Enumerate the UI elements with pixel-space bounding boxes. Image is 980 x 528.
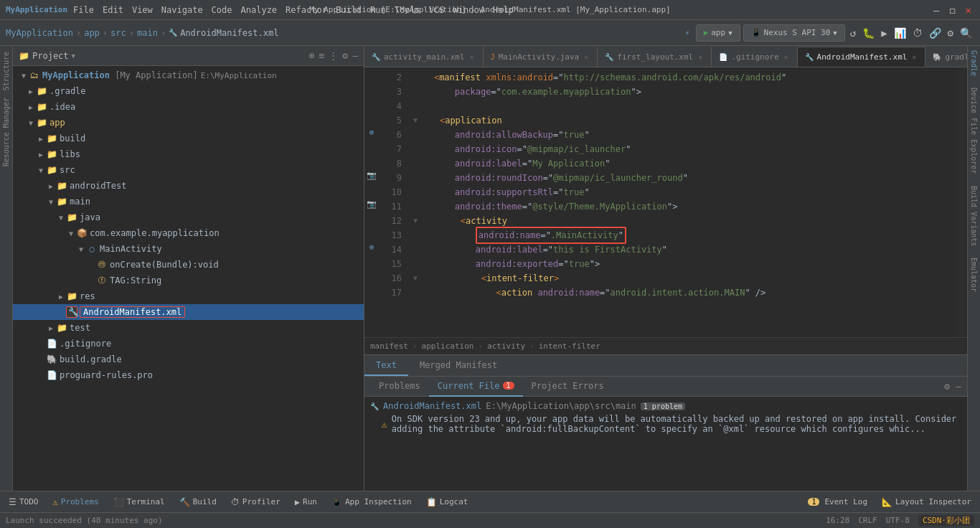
profiler-btn[interactable]: ⏱ Profiler [227,496,285,509]
tree-item-oncreate[interactable]: ▶ ⓜ onCreate(Bundle):void [13,257,364,273]
breadcrumb-application[interactable]: application [422,341,474,351]
problems-btn[interactable]: ⚠ Problems [49,496,103,509]
breadcrumb-src[interactable]: src [110,28,126,38]
tree-item-myapp[interactable]: ▼ 🗂 MyApplication [My Application] E:\My… [13,67,364,83]
menu-analyze[interactable]: Analyze [241,5,278,15]
app-inspection-btn[interactable]: 📱 App Inspection [327,496,416,509]
tree-item-gradle-dir[interactable]: ▶ 📁 .gradle [13,83,364,99]
tab-merged-manifest[interactable]: Merged Manifest [408,356,509,376]
attach-icon[interactable]: 🔗 [927,26,943,40]
tab-first-layout[interactable]: 🔧 first_layout.xml ✕ [598,47,712,67]
problems-close-icon[interactable]: – [956,381,961,392]
tree-item-idea[interactable]: ▶ 📁 .idea [13,99,364,115]
code-content[interactable]: <manifest xmlns:android="http://schemas.… [407,67,957,337]
device-file-explorer-btn[interactable]: Device File Explorer [969,83,979,178]
window-controls[interactable]: – ◻ ✕ [930,4,974,16]
code-editor[interactable]: ⊕ 📷 📷 ⊕ 2 3 4 5 6 7 8 9 10 11 [364,67,967,337]
profiler-icon[interactable]: ⏱ [910,26,925,40]
tree-item-proguard[interactable]: ▶ 📄 proguard-rules.pro [13,367,364,383]
tab-text[interactable]: Text [364,356,408,376]
emulator-btn[interactable]: Emulator [969,253,979,296]
tree-item-androidmanifest[interactable]: ▶ 🔧 AndroidManifest.xml [13,304,364,320]
tree-item-test[interactable]: ▶ 📁 test [13,320,364,336]
app-run-btn[interactable]: ▶ app ▼ [696,24,740,42]
close-btn[interactable]: ✕ [963,4,974,16]
todo-btn[interactable]: ☰ TODO [4,496,43,509]
menu-code[interactable]: Code [212,5,232,15]
tab-gradle-wrapper[interactable]: 🐘 gradle-wrapper.p... ✕ [925,47,967,67]
sync-icon[interactable]: ↺ [848,26,858,40]
gutter-line5[interactable]: ⊕ [364,125,379,139]
tab-androidmanifest[interactable]: 🔧 AndroidManifest.xml ✕ [798,47,926,67]
build-variants-btn[interactable]: Build Variants [969,182,979,250]
breadcrumb-manifest[interactable]: manifest [370,341,408,351]
logcat-btn[interactable]: 📋 Logcat [422,496,473,509]
tab-gitignore[interactable]: 📄 .gitignore ✕ [712,47,797,67]
tree-item-build-gradle[interactable]: ▶ 🐘 build.gradle [13,352,364,367]
project-tree[interactable]: ▼ 🗂 MyApplication [My Application] E:\My… [13,66,364,491]
editor-bottom-tabs[interactable]: Text Merged Manifest [364,354,967,376]
resource-manager-btn[interactable]: Resource Manager [2,95,10,169]
tab-current-file[interactable]: Current File 1 [429,377,523,397]
tree-item-app[interactable]: ▼ 📁 app [13,115,364,131]
tab-close-first-layout[interactable]: ✕ [697,52,704,62]
build-btn[interactable]: 🔨 Build [175,496,221,509]
minimize-btn[interactable]: – [930,4,942,16]
settings-icon[interactable]: ⚙ [946,26,956,40]
panel-close-icon[interactable]: – [352,50,358,61]
panel-settings-icon[interactable]: ⋮ [329,50,338,61]
problems-tabs[interactable]: Problems Current File 1 Project Errors [370,377,613,396]
editor-tabs[interactable]: 🔧 activity_main.xml ✕ J MainActivity.jav… [364,46,967,67]
tree-item-libs[interactable]: ▶ 📁 libs [13,146,364,162]
gear-icon[interactable]: ⚙ [342,50,348,61]
tab-close-androidmanifest[interactable]: ✕ [910,52,918,62]
tab-close-mainactivity-java[interactable]: ✕ [583,52,590,62]
breadcrumb-main[interactable]: main [137,28,158,38]
problems-panel-icons[interactable]: ⚙ – [944,381,961,392]
menu-view[interactable]: View [132,5,153,15]
breadcrumb-app[interactable]: app [84,28,100,38]
tab-project-errors[interactable]: Project Errors [523,377,613,397]
tree-item-src[interactable]: ▼ 📁 src [13,162,364,178]
breadcrumb-manifest[interactable]: AndroidManifest.xml [180,28,278,38]
dropdown-arrow-icon[interactable]: ▼ [72,52,75,60]
search-everywhere-icon[interactable]: 🔍 [958,26,974,40]
breadcrumb-intent-filter[interactable]: intent-filter [539,341,600,351]
tree-item-build[interactable]: ▶ 📁 build [13,131,364,146]
tab-close-gitignore[interactable]: ✕ [783,52,790,62]
collapse-icon[interactable]: ≡ [319,50,325,61]
structure-panel-btn[interactable]: Structure [2,49,10,93]
problem-item-0[interactable]: 🔧 AndroidManifest.xml E:\MyApplication\a… [364,400,967,412]
event-log-btn[interactable]: 1 Event Log [804,496,872,508]
tree-item-mainactivity[interactable]: ▼ ○ MainActivity [13,241,364,257]
tree-item-res[interactable]: ▶ 📁 res [13,288,364,304]
gutter-line13[interactable]: ⊕ [364,240,379,254]
tree-item-gitignore[interactable]: ▶ 📄 .gitignore [13,336,364,352]
run-btn[interactable]: ▶ Run [291,496,321,509]
coverage-icon[interactable]: 📊 [892,26,908,40]
tab-close-activity-main[interactable]: ✕ [468,52,476,62]
tab-mainactivity-java[interactable]: J MainActivity.java ✕ [484,47,598,67]
tree-item-java[interactable]: ▼ 📁 java [13,209,364,225]
debug-icon[interactable]: 🐛 [860,26,877,40]
tab-activity-main[interactable]: 🔧 activity_main.xml ✕ [364,47,484,67]
tree-item-main[interactable]: ▼ 📁 main [13,194,364,209]
status-crlf[interactable]: CRLF [858,516,877,525]
menu-file[interactable]: File [73,5,94,15]
gradle-panel-btn[interactable]: Gradle [969,46,979,80]
locate-icon[interactable]: ⊕ [309,50,315,61]
device-btn[interactable]: 📱 Nexus S API 30 ▼ [743,24,845,42]
menu-navigate[interactable]: Navigate [161,5,203,15]
run-icon[interactable]: ▶ [879,26,889,40]
problem-detail-0[interactable]: ⚠ On SDK version 23 and up, your app dat… [364,412,967,435]
status-encoding[interactable]: UTF-8 [886,516,910,525]
breadcrumb-myapp[interactable]: MyApplication [6,28,73,38]
tree-item-com[interactable]: ▼ 📦 com.example.myapplication [13,225,364,241]
terminal-btn[interactable]: ⬛ Terminal [109,496,169,509]
breadcrumb-activity[interactable]: activity [487,341,525,351]
panel-header-icons[interactable]: ⊕ ≡ ⋮ ⚙ – [309,50,358,61]
layout-inspector-btn[interactable]: 📐 Layout Inspector [877,496,976,509]
maximize-btn[interactable]: ◻ [946,4,958,16]
code-scrollbar[interactable] [957,67,967,337]
tree-item-tag[interactable]: ▶ ⓕ TAG:String [13,273,364,288]
